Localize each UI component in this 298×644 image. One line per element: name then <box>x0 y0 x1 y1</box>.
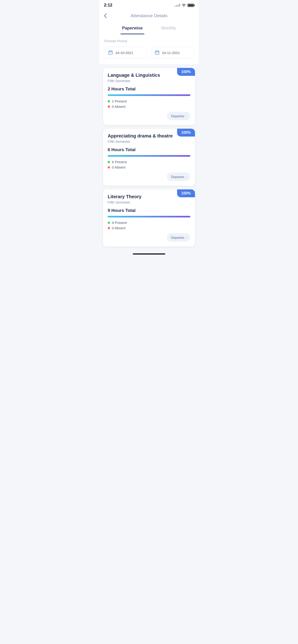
battery-icon <box>187 4 194 7</box>
percentage-badge-3: 100% <box>177 190 195 197</box>
tab-paperwise[interactable]: Paperwise <box>117 23 147 34</box>
course-name-3: Literary Theory <box>108 194 174 199</box>
svg-point-7 <box>158 53 158 53</box>
tab-monthly[interactable]: Monthly <box>157 23 181 34</box>
semester-2: Fifth Semester <box>108 140 190 144</box>
period-section: Choose Period 24-10-2021 24-11-202 <box>99 34 199 64</box>
card-footer-2: Daywise › <box>108 172 190 181</box>
present-row-2: 6 Present <box>108 160 190 164</box>
hours-total-3: 9 Hours Total <box>108 208 190 213</box>
signal-icon <box>174 4 180 7</box>
hours-total-2: 6 Hours Total <box>108 147 190 152</box>
calendar-icon-end <box>155 50 160 55</box>
svg-point-1 <box>110 53 110 53</box>
attendance-card-1: 100% Language & Linguistics Fifth Semest… <box>103 68 195 125</box>
home-bar <box>133 254 165 254</box>
calendar-icon-start <box>108 50 113 55</box>
present-value-2: 6 Present <box>112 160 127 164</box>
status-icons <box>174 4 194 7</box>
absent-dot-3 <box>108 227 110 229</box>
attendance-stats-3: 9 Present 0 Absent <box>108 221 190 230</box>
present-row-3: 9 Present <box>108 221 190 225</box>
present-dot-1 <box>108 100 110 102</box>
absent-row-1: 0 Absent <box>108 104 190 108</box>
progress-bar-1 <box>108 94 190 96</box>
progress-bar-3 <box>108 216 190 218</box>
absent-dot-1 <box>108 106 110 108</box>
daywise-button-2[interactable]: Daywise › <box>167 172 190 181</box>
svg-point-2 <box>110 53 111 53</box>
attendance-card-2: 100% Appreciating drama & theatre Fifth … <box>103 129 195 186</box>
present-value-1: 2 Present <box>112 99 127 103</box>
status-time: 2:12 <box>104 3 112 8</box>
absent-value-3: 0 Absent <box>112 226 125 230</box>
present-dot-3 <box>108 222 110 224</box>
present-dot-2 <box>108 161 110 163</box>
course-name-2: Appreciating drama & theatre <box>108 133 174 139</box>
percentage-badge-1: 100% <box>177 68 195 76</box>
period-label: Choose Period <box>104 39 194 43</box>
absent-value-1: 0 Absent <box>112 104 125 108</box>
svg-rect-4 <box>155 51 159 55</box>
svg-point-6 <box>157 53 157 53</box>
semester-3: Fifth Semester <box>108 200 190 204</box>
page-title: Attendance Details <box>130 13 168 18</box>
hours-total-1: 2 Hours Total <box>108 86 190 92</box>
absent-row-2: 0 Absent <box>108 165 190 169</box>
progress-bar-2 <box>108 155 190 157</box>
start-date-value: 24-10-2021 <box>115 51 133 55</box>
chevron-right-icon-3: › <box>185 236 186 240</box>
attendance-card-3: 100% Literary Theory Fifth Semester 9 Ho… <box>103 190 195 246</box>
attendance-stats-2: 6 Present 0 Absent <box>108 160 190 169</box>
home-indicator <box>99 250 199 257</box>
chevron-right-icon-2: › <box>185 175 186 179</box>
card-footer-3: Daywise › <box>108 233 190 242</box>
card-footer-1: Daywise › <box>108 112 190 120</box>
end-date-input[interactable]: 24-11-2021 <box>151 46 194 59</box>
status-bar: 2:12 <box>99 0 199 10</box>
svg-rect-0 <box>109 51 113 55</box>
daywise-button-3[interactable]: Daywise › <box>167 233 190 242</box>
attendance-stats-1: 2 Present 0 Absent <box>108 99 190 108</box>
semester-1: Fifth Semester <box>108 79 190 83</box>
end-date-value: 24-11-2021 <box>162 51 180 55</box>
absent-value-2: 0 Absent <box>112 165 125 169</box>
present-value-3: 9 Present <box>112 221 127 225</box>
chevron-right-icon-1: › <box>185 114 186 118</box>
back-button[interactable] <box>104 13 107 18</box>
tabs-container: Paperwise Monthly <box>99 23 199 34</box>
date-inputs: 24-10-2021 24-11-2021 <box>104 46 194 59</box>
percentage-badge-2: 100% <box>177 129 195 136</box>
start-date-input[interactable]: 24-10-2021 <box>104 46 147 59</box>
svg-point-5 <box>156 53 157 53</box>
present-row-1: 2 Present <box>108 99 190 103</box>
header: Attendance Details <box>99 10 199 23</box>
cards-section: 100% Language & Linguistics Fifth Semest… <box>99 64 199 250</box>
absent-row-3: 0 Absent <box>108 226 190 230</box>
wifi-icon <box>181 4 186 7</box>
course-name-1: Language & Linguistics <box>108 72 174 78</box>
absent-dot-2 <box>108 166 110 168</box>
svg-point-3 <box>111 53 111 53</box>
daywise-button-1[interactable]: Daywise › <box>167 112 190 120</box>
